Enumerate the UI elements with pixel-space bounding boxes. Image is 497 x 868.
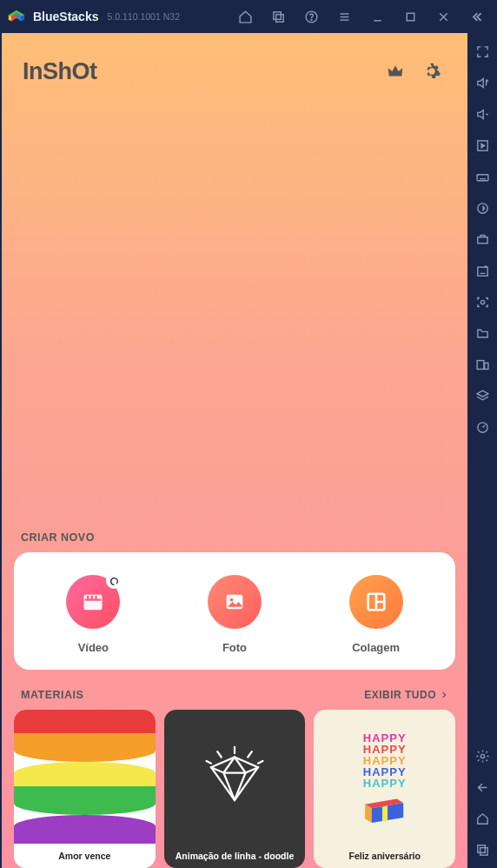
nav-home-icon[interactable] <box>469 805 495 831</box>
minimize-icon[interactable] <box>363 3 391 30</box>
nav-recent-icon[interactable] <box>469 837 495 863</box>
material-card-doodle[interactable]: Animação de linha - doodle <box>164 710 306 868</box>
materials-section-label: MATERIAIS <box>21 689 364 701</box>
svg-rect-26 <box>477 360 484 369</box>
chevron-right-icon <box>440 691 448 699</box>
create-collage-label: Colagem <box>352 641 400 654</box>
svg-rect-21 <box>477 174 488 180</box>
svg-rect-24 <box>477 267 487 276</box>
apk-icon[interactable] <box>469 257 495 284</box>
create-photo-label: Foto <box>222 641 247 654</box>
svg-rect-8 <box>407 13 414 21</box>
back-icon[interactable] <box>469 774 495 800</box>
svg-rect-30 <box>477 845 485 852</box>
gauge-icon[interactable] <box>469 414 495 440</box>
emulator-titlebar: BlueStacks 5.0.110.1001 N32 <box>0 0 497 33</box>
create-video-label: Vídeo <box>78 641 109 654</box>
show-all-label: EXIBIR TUDO <box>364 689 436 701</box>
happy-text: HAPPY <box>363 766 407 778</box>
emulator-name: BlueStacks <box>33 10 98 23</box>
svg-point-29 <box>480 754 484 758</box>
svg-point-25 <box>480 300 484 304</box>
folder-icon[interactable] <box>469 320 495 346</box>
crown-icon[interactable] <box>381 57 410 86</box>
keyboard-icon[interactable] <box>469 164 495 190</box>
app-logo: InShOt <box>23 58 97 85</box>
volume-down-icon[interactable] <box>469 101 495 127</box>
material-card-rainbow[interactable]: Amor vence <box>14 710 156 868</box>
devices-icon[interactable] <box>469 351 495 377</box>
sync-icon[interactable] <box>469 195 495 221</box>
fullscreen-icon[interactable] <box>469 38 495 64</box>
maximize-icon[interactable] <box>396 3 424 30</box>
svg-point-13 <box>230 598 234 602</box>
create-card: Vídeo Foto Colagem <box>14 552 455 670</box>
menu-icon[interactable] <box>330 3 358 30</box>
svg-rect-0 <box>273 11 281 18</box>
svg-rect-23 <box>477 237 487 243</box>
create-collage-button[interactable]: Colagem <box>349 575 403 654</box>
screenshot-icon[interactable] <box>469 289 495 315</box>
collage-icon <box>349 575 403 629</box>
material-preview <box>14 710 156 844</box>
emulator-sidebar <box>467 33 497 868</box>
play-square-icon[interactable] <box>469 132 495 158</box>
material-label: Animação de linha - doodle <box>164 844 306 868</box>
material-preview: HAPPY HAPPY HAPPY HAPPY HAPPY <box>314 710 455 844</box>
macro-icon[interactable] <box>469 226 495 252</box>
material-preview <box>164 710 306 844</box>
svg-rect-1 <box>275 14 283 22</box>
happy-text: HAPPY <box>363 744 407 755</box>
gift-icon <box>358 792 412 825</box>
app-header: InShOt <box>2 33 467 110</box>
bluestacks-logo-icon <box>7 7 26 26</box>
svg-rect-31 <box>480 847 487 855</box>
home-icon[interactable] <box>231 3 259 30</box>
create-section-label: CRIAR NOVO <box>2 531 467 552</box>
materials-header: MATERIAIS EXIBIR TUDO <box>2 689 467 710</box>
emulator-version: 5.0.110.1001 N32 <box>107 11 180 22</box>
volume-up-icon[interactable] <box>469 70 495 96</box>
happy-text: HAPPY <box>363 755 407 766</box>
create-video-button[interactable]: Vídeo <box>66 575 120 654</box>
photo-icon <box>208 575 262 629</box>
material-label: Amor vence <box>14 844 156 868</box>
badge-dot-icon <box>106 573 122 589</box>
diamond-icon <box>195 738 274 816</box>
copy-icon[interactable] <box>264 3 292 30</box>
show-all-button[interactable]: EXIBIR TUDO <box>364 689 448 701</box>
svg-point-3 <box>311 19 312 20</box>
material-card-birthday[interactable]: HAPPY HAPPY HAPPY HAPPY HAPPY Feliz aniv… <box>314 710 455 868</box>
svg-rect-27 <box>484 363 487 369</box>
layers-icon[interactable] <box>469 383 495 409</box>
video-icon <box>66 575 120 629</box>
happy-text: HAPPY <box>363 732 407 744</box>
close-icon[interactable] <box>429 3 457 30</box>
app-viewport: InShOt CRIAR NOVO Vídeo Foto <box>2 33 467 868</box>
create-photo-button[interactable]: Foto <box>208 575 262 654</box>
settings-icon[interactable] <box>417 57 447 86</box>
happy-text: HAPPY <box>363 778 407 789</box>
material-label: Feliz aniversário <box>314 844 455 868</box>
gear-icon[interactable] <box>469 743 495 769</box>
collapse-sidebar-icon[interactable] <box>462 3 490 30</box>
materials-row: Amor vence Animação de linha - doodle HA… <box>2 710 467 868</box>
help-icon[interactable] <box>297 3 325 30</box>
